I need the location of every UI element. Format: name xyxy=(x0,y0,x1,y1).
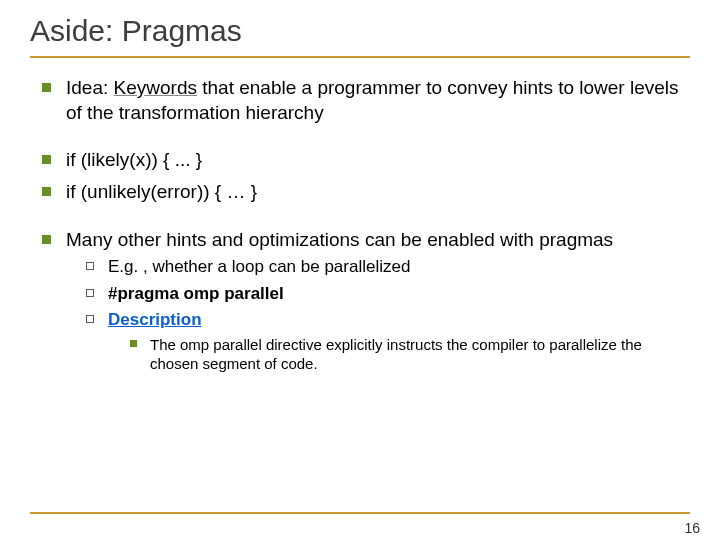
bullet-idea: Idea: Keywords that enable a programmer … xyxy=(42,76,690,125)
sub-list: E.g. , whether a loop can be parallelize… xyxy=(86,256,690,373)
bullet-code1: if (likely(x)) { ... } xyxy=(42,148,690,173)
slide-title: Aside: Pragmas xyxy=(30,14,690,48)
bullet-list: Idea: Keywords that enable a programmer … xyxy=(42,76,690,125)
idea-keyword: Keywords xyxy=(114,77,197,98)
sub-parallel: E.g. , whether a loop can be parallelize… xyxy=(86,256,690,278)
description-link[interactable]: Description xyxy=(108,310,202,329)
hints-text: Many other hints and optimizations can b… xyxy=(66,229,613,250)
slide: Aside: Pragmas Idea: Keywords that enabl… xyxy=(0,0,720,540)
title-rule xyxy=(30,56,690,58)
bullet-code2: if (unlikely(error)) { … } xyxy=(42,180,690,205)
sub-pragma: #pragma omp parallel xyxy=(86,283,690,305)
desc-detail: The omp parallel directive explicitly in… xyxy=(130,335,690,374)
bullet-hints: Many other hints and optimizations can b… xyxy=(42,228,690,374)
bullet-list-code: if (likely(x)) { ... } if (unlikely(erro… xyxy=(42,148,690,204)
footer-rule xyxy=(30,512,690,514)
sub-sub-list: The omp parallel directive explicitly in… xyxy=(130,335,690,374)
sub-description: Description The omp parallel directive e… xyxy=(86,309,690,374)
idea-prefix: Idea: xyxy=(66,77,114,98)
page-number: 16 xyxy=(684,520,700,536)
pragma-text: #pragma omp parallel xyxy=(108,284,284,303)
bullet-list-hints: Many other hints and optimizations can b… xyxy=(42,228,690,374)
